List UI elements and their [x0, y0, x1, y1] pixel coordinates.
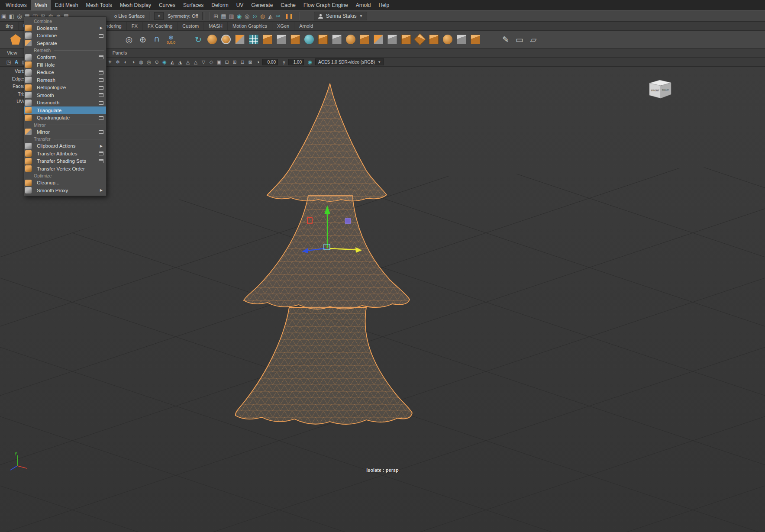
- symmetry-label[interactable]: Symmetry: Off: [165, 13, 200, 19]
- option-box[interactable]: [99, 55, 103, 59]
- viewport-toolbar-icon[interactable]: ◳: [5, 58, 12, 65]
- menu-item-smooth[interactable]: Smooth: [24, 91, 106, 99]
- shelf-icon[interactable]: [414, 33, 426, 45]
- render-settings-icon[interactable]: ◍: [258, 13, 266, 19]
- shelf-icon[interactable]: [261, 33, 274, 45]
- shelf-icon[interactable]: [331, 33, 343, 45]
- shelf-tab-xgen[interactable]: XGen: [272, 22, 294, 30]
- selection-mode-icon[interactable]: ▣: [0, 13, 8, 19]
- menu-item-booleans[interactable]: Booleans ▶: [24, 24, 106, 32]
- menu-flow-graph-engine[interactable]: Flow Graph Engine: [300, 0, 352, 10]
- option-box[interactable]: [99, 78, 103, 82]
- plane-icon[interactable]: ▱: [527, 33, 539, 45]
- shelf-icon[interactable]: [469, 33, 481, 45]
- menu-item-triangulate[interactable]: Triangulate: [24, 106, 106, 114]
- viewport-toolbar-icon[interactable]: △: [192, 58, 199, 65]
- lighting-icon[interactable]: ☀: [107, 58, 113, 65]
- shelf-icon[interactable]: [372, 33, 384, 45]
- shelf-tab-mash[interactable]: MASH: [204, 22, 228, 30]
- viewport-toolbar-icon[interactable]: ⊠: [247, 58, 254, 65]
- viewport-menu-view[interactable]: View: [3, 49, 22, 56]
- menu-item-reduce[interactable]: Reduce: [24, 69, 106, 77]
- viewport-toolbar-icon[interactable]: ◍: [138, 58, 145, 65]
- menu-edit-mesh[interactable]: Edit Mesh: [51, 0, 82, 10]
- option-box[interactable]: [99, 130, 103, 134]
- option-box[interactable]: [99, 34, 103, 38]
- menu-item-transfer-vertex-order[interactable]: Transfer Vertex Order: [24, 165, 106, 173]
- viewport-toolbar-icon[interactable]: ◮: [177, 58, 184, 65]
- menu-cache[interactable]: Cache: [277, 0, 300, 10]
- menu-item-mirror[interactable]: Mirror: [24, 128, 106, 136]
- selection-mask-icon[interactable]: ◧: [8, 13, 16, 19]
- shelf-icon[interactable]: [289, 33, 301, 45]
- shelf-icon[interactable]: [275, 33, 287, 45]
- render-current-frame-icon[interactable]: ◉: [235, 13, 243, 19]
- option-box[interactable]: [99, 116, 103, 120]
- gamma-field[interactable]: 1.00: [288, 59, 304, 65]
- menu-generate[interactable]: Generate: [247, 0, 277, 10]
- viewport-toolbar-icon[interactable]: ▣: [216, 58, 223, 65]
- xray-icon[interactable]: ◉: [161, 58, 168, 65]
- plus-circle-icon[interactable]: ⊕: [137, 33, 149, 45]
- shelf-tab-fx-caching[interactable]: FX Caching: [143, 22, 178, 30]
- snap-magnet-icon[interactable]: ∪: [151, 33, 163, 45]
- polygon-primitive-icon[interactable]: [10, 33, 22, 45]
- menu-mesh-tools[interactable]: Mesh Tools: [82, 0, 116, 10]
- target-icon[interactable]: ◎: [123, 33, 135, 45]
- menu-deform[interactable]: Deform: [207, 0, 232, 10]
- shelf-icon[interactable]: [358, 33, 371, 45]
- menu-item-transfer-attributes[interactable]: Transfer Attributes: [24, 150, 106, 158]
- shelf-icon[interactable]: [400, 33, 412, 45]
- menu-item-retopologize[interactable]: Retopologize: [24, 84, 106, 92]
- shelf-icon[interactable]: [455, 33, 468, 45]
- exposure-icon[interactable]: ◑: [255, 58, 261, 65]
- option-box[interactable]: [99, 159, 103, 163]
- shelf-icon[interactable]: [234, 33, 246, 45]
- shelf-icon[interactable]: [248, 33, 260, 45]
- viewport-toolbar-icon[interactable]: ⊟: [239, 58, 246, 65]
- graph-editor-icon[interactable]: ◭: [266, 13, 274, 19]
- cut-icon[interactable]: ✂: [274, 13, 282, 19]
- menu-item-unsmooth[interactable]: Unsmooth: [24, 99, 106, 107]
- menu-help[interactable]: Help: [374, 0, 393, 10]
- gamma-icon[interactable]: γ: [281, 58, 287, 65]
- snap-mode-icon[interactable]: ◎: [16, 13, 23, 19]
- menu-windows[interactable]: Windows: [2, 0, 31, 10]
- colorspace-dropdown[interactable]: ACES 1.0 SDR-video (sRGB) ▼: [315, 58, 384, 65]
- shelf-icon[interactable]: [428, 33, 440, 45]
- render-icon[interactable]: ▥: [227, 13, 235, 19]
- shelf-tab-sculpting[interactable]: ting: [1, 22, 19, 30]
- menu-mesh-display[interactable]: Mesh Display: [116, 0, 155, 10]
- live-surface-label[interactable]: o Live Surface: [112, 13, 147, 19]
- menu-curves[interactable]: Curves: [155, 0, 179, 10]
- view-cube[interactable]: FRONT RIGHT: [649, 80, 671, 98]
- shelf-tab-custom[interactable]: Custom: [178, 22, 204, 30]
- viewport-toolbar-icon[interactable]: ◭: [169, 58, 176, 65]
- shelf-icon[interactable]: [386, 33, 398, 45]
- render-icon[interactable]: ⊞: [212, 13, 219, 19]
- viewport-toolbar-icon[interactable]: ▽: [200, 58, 207, 65]
- menu-item-fill-hole[interactable]: Fill Hole: [24, 61, 106, 69]
- menu-mesh[interactable]: Mesh: [31, 0, 51, 10]
- viewport-toolbar-icon[interactable]: ⊞: [231, 58, 238, 65]
- menu-arnold[interactable]: Arnold: [352, 0, 375, 10]
- option-box[interactable]: [99, 86, 103, 90]
- menu-item-conform[interactable]: Conform: [24, 54, 106, 61]
- menu-item-combine[interactable]: Combine: [24, 32, 106, 40]
- option-box[interactable]: [99, 71, 103, 74]
- menu-item-clipboard-actions[interactable]: Clipboard Actions ▶: [24, 142, 106, 150]
- viewport-toolbar-icon[interactable]: ⊙: [153, 58, 160, 65]
- shelf-tab-motion-graphics[interactable]: Motion Graphics: [228, 22, 272, 30]
- render-region-icon[interactable]: ⊙: [251, 13, 258, 19]
- ipr-render-icon[interactable]: ◎: [243, 13, 251, 19]
- option-box[interactable]: [99, 152, 103, 155]
- pause-icon[interactable]: ❚❚: [282, 13, 296, 19]
- viewport-3d[interactable]: FRONT RIGHT y Verts: Edges: Faces: Tris:…: [0, 67, 765, 532]
- menu-item-smooth-proxy[interactable]: Smooth Proxy ▶: [24, 187, 106, 194]
- viewport-toolbar-icon[interactable]: ◇: [208, 58, 215, 65]
- purple-marker[interactable]: [345, 218, 351, 224]
- pencil-icon[interactable]: ✎: [500, 33, 512, 45]
- shelf-icon[interactable]: [206, 33, 218, 45]
- viewport-menu-panels[interactable]: Panels: [108, 49, 132, 56]
- shelf-icon[interactable]: [345, 33, 357, 45]
